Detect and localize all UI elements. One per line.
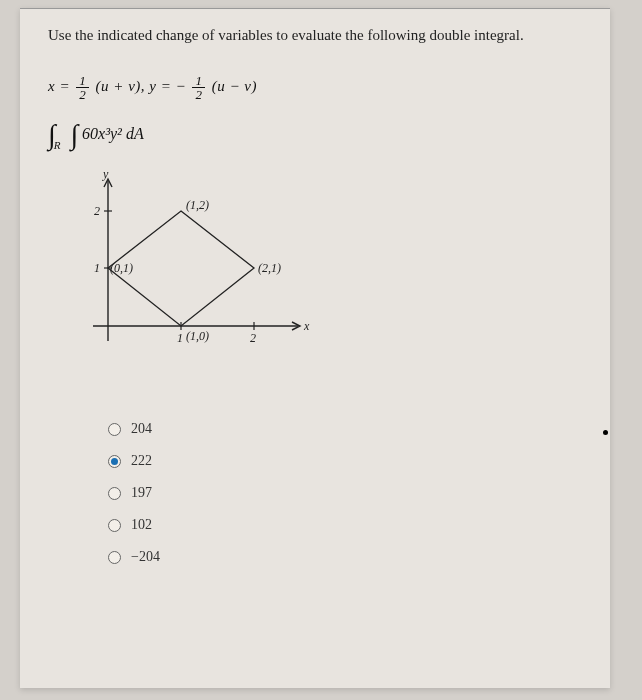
tick-x-1: 1 xyxy=(177,331,183,346)
x-fraction: 1 2 xyxy=(76,74,89,101)
region-diagram: y x 2 1 1 2 (1,2) (0,1) (2,1) (1,0) xyxy=(68,171,328,391)
x-eq-suffix: (u + v), xyxy=(96,78,150,94)
vertex-top: (1,2) xyxy=(186,198,209,213)
option-0-label: 204 xyxy=(131,421,152,437)
radio-2[interactable] xyxy=(108,487,121,500)
double-integral: ∫ R ∫ 60x³y² dA xyxy=(48,119,582,151)
x-frac-den: 2 xyxy=(76,88,89,101)
x-axis-label: x xyxy=(304,319,309,334)
y-fraction: 1 2 xyxy=(192,74,205,101)
vertex-bottom: (1,0) xyxy=(186,329,209,344)
option-4-label: −204 xyxy=(131,549,160,565)
option-0[interactable]: 204 xyxy=(108,421,582,437)
integral-symbol-2: ∫ xyxy=(70,119,78,150)
option-2[interactable]: 197 xyxy=(108,485,582,501)
vertex-left: (0,1) xyxy=(110,261,133,276)
artifact-dot xyxy=(603,430,608,435)
radio-4[interactable] xyxy=(108,551,121,564)
option-1[interactable]: 222 xyxy=(108,453,582,469)
radio-3[interactable] xyxy=(108,519,121,532)
radio-1[interactable] xyxy=(108,455,121,468)
tick-y-1: 1 xyxy=(94,261,100,276)
question-prompt: Use the indicated change of variables to… xyxy=(48,27,582,44)
question-page: Use the indicated change of variables to… xyxy=(20,8,610,688)
option-3-label: 102 xyxy=(131,517,152,533)
integral-region: R xyxy=(54,139,61,151)
option-4[interactable]: −204 xyxy=(108,549,582,565)
y-axis-label: y xyxy=(103,167,108,182)
vertex-right: (2,1) xyxy=(258,261,281,276)
tick-y-2: 2 xyxy=(94,204,100,219)
tick-x-2: 2 xyxy=(250,331,256,346)
y-frac-den: 2 xyxy=(192,88,205,101)
y-eq-prefix: y = − xyxy=(149,78,190,94)
answer-options: 204 222 197 102 −204 xyxy=(108,421,582,565)
option-1-label: 222 xyxy=(131,453,152,469)
integrand: 60x³y² dA xyxy=(82,125,144,142)
x-frac-num: 1 xyxy=(76,74,89,88)
y-frac-num: 1 xyxy=(192,74,205,88)
y-eq-suffix: (u − v) xyxy=(212,78,257,94)
radio-0[interactable] xyxy=(108,423,121,436)
change-of-variables: x = 1 2 (u + v), y = − 1 2 (u − v) xyxy=(48,74,582,101)
option-3[interactable]: 102 xyxy=(108,517,582,533)
option-2-label: 197 xyxy=(131,485,152,501)
x-eq-prefix: x = xyxy=(48,78,74,94)
